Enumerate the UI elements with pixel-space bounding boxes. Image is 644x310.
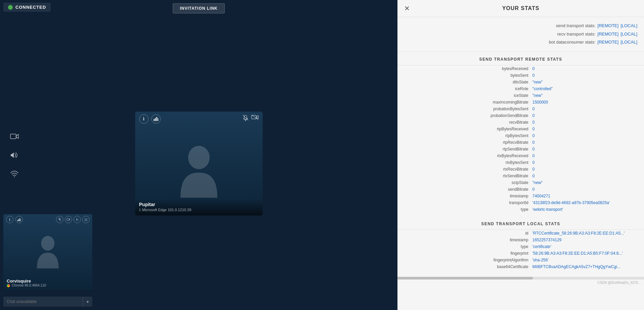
stat-key: rtpRecvBitrate xyxy=(404,139,532,146)
table-row: maxIncomingBitrate 1500000 xyxy=(404,99,637,106)
main-video-card: ℹ xyxy=(135,112,263,215)
self-mic-icon[interactable] xyxy=(56,216,63,223)
stat-value: 0 xyxy=(532,173,637,179)
top-bar: CONNECTED INVITATION LINK xyxy=(0,0,397,17)
main-cam-muted-icon xyxy=(251,115,259,123)
stat-key: timestamp xyxy=(404,237,532,243)
table-row: bytesReceived 0 xyxy=(404,65,637,72)
stat-key: fingerprintAlgorithm xyxy=(404,257,532,263)
stat-key: probationBytesSent xyxy=(404,106,532,112)
main-mic-muted-icon xyxy=(243,115,249,123)
main-video-info: Pupitar ℹ Microsoft Edge 101.0.1210.39 xyxy=(135,199,263,215)
stat-value: 1652257374129 xyxy=(532,237,637,243)
stat-value: 0 xyxy=(532,139,637,146)
stat-value: 0 xyxy=(532,112,637,119)
connected-label: CONNECTED xyxy=(15,5,46,10)
bot-dataconsumer-link-row: bot dataconsumer stats: [REMOTE] [LOCAL] xyxy=(404,38,637,47)
svg-rect-10 xyxy=(17,220,18,221)
volume-button[interactable] xyxy=(8,149,20,161)
self-browser: Chrome 96.0.4664.110 xyxy=(7,284,89,287)
camera-button[interactable] xyxy=(8,130,20,142)
table-row: fingerprint '58:26:9B:A3:A3:F8:2E:EE:D1:… xyxy=(404,250,637,257)
stat-value: MIIBFTCBvaADAgECAgkA5vZ7+THgQgYwCgi... xyxy=(532,263,637,270)
table-row: type 'certificate' xyxy=(404,243,637,250)
stat-value: 1500000 xyxy=(532,99,637,106)
stat-key: dtlsState xyxy=(404,79,532,85)
self-refresh-icon[interactable]: ↻ xyxy=(73,216,81,223)
table-row: fingerprintAlgorithm 'sha-256' xyxy=(404,257,637,263)
table-row: sctpState "new" xyxy=(404,179,637,186)
bot-dataconsumer-local-link[interactable]: [LOCAL] xyxy=(621,38,637,47)
watermark: CSDN @IDoWhatDo_9278... xyxy=(397,280,644,286)
self-expand-icon[interactable]: ⊡ xyxy=(82,216,90,223)
stat-value: "new" xyxy=(532,79,637,85)
stat-key: sendBitrate xyxy=(404,186,532,193)
stats-close-button[interactable]: ✕ xyxy=(404,4,410,12)
send-transport-remote-section: bytesReceived 0 bytesSent 0 dtlsState "n… xyxy=(397,65,644,216)
stat-key: bytesSent xyxy=(404,72,532,79)
table-row: iceRole "controlled" xyxy=(404,85,637,92)
wifi-button[interactable] xyxy=(8,168,20,180)
send-transport-link-row: send transport stats: [REMOTE] [LOCAL] xyxy=(404,22,637,30)
svg-rect-0 xyxy=(10,134,16,139)
recv-transport-remote-link[interactable]: [REMOTE] xyxy=(597,30,619,39)
self-info-icon[interactable]: ℹ xyxy=(6,216,13,223)
main-video-left-icons: ℹ xyxy=(139,114,161,124)
table-row: iceState "new" xyxy=(404,92,637,99)
stat-value: 0 xyxy=(532,152,637,159)
stat-value: 0 xyxy=(532,106,637,112)
stat-value: '43138f23-de9d-4692-a97b-37905ea0825a' xyxy=(532,199,637,206)
stat-value: "new" xyxy=(532,179,637,186)
chat-submit-button[interactable]: ▾ xyxy=(83,297,92,306)
browser-label: Microsoft Edge 101.0.1210.39 xyxy=(142,208,192,212)
self-left-icons: ℹ xyxy=(6,216,23,223)
stat-key: transportId xyxy=(404,199,532,206)
chat-input[interactable] xyxy=(3,297,83,307)
bot-dataconsumer-remote-link[interactable]: [REMOTE] xyxy=(597,38,619,47)
recv-transport-link-row: recv transport stats: [REMOTE] [LOCAL] xyxy=(404,30,637,39)
stat-key: timestamp xyxy=(404,193,532,199)
svg-rect-15 xyxy=(67,219,69,221)
stat-value: 'RTCCertificate_58:26:9B:A3:A3:F8:2E:EE:… xyxy=(532,230,637,237)
svg-rect-12 xyxy=(19,218,20,221)
self-video-wrapper: ℹ xyxy=(3,214,92,290)
stat-key: rtxBytesSent xyxy=(404,159,532,166)
connected-dot xyxy=(8,5,13,10)
stat-value: 0 xyxy=(532,132,637,139)
self-cam-icon[interactable] xyxy=(65,216,72,223)
table-row: id 'RTCCertificate_58:26:9B:A3:A3:F8:2E:… xyxy=(404,230,637,237)
stat-key: maxIncomingBitrate xyxy=(404,99,532,106)
invitation-link-button[interactable]: INVITATION LINK xyxy=(173,3,225,13)
svg-point-16 xyxy=(41,236,55,251)
stat-key: sctpState xyxy=(404,179,532,186)
send-transport-remote-link[interactable]: [REMOTE] xyxy=(597,22,619,30)
info-icon-main[interactable]: ℹ xyxy=(139,114,149,124)
table-row: rtpRecvBitrate 0 xyxy=(404,139,637,146)
participant-browser: ℹ Microsoft Edge 101.0.1210.39 xyxy=(139,208,259,212)
stat-value: 'webrtc-transport' xyxy=(532,206,637,213)
svg-rect-13 xyxy=(20,219,21,221)
send-transport-local-section: id 'RTCCertificate_58:26:9B:A3:A3:F8:2E:… xyxy=(397,230,644,273)
stat-key: bytesReceived xyxy=(404,65,532,72)
stat-value: 0 xyxy=(532,72,637,79)
svg-point-9 xyxy=(188,146,210,169)
send-transport-local-link[interactable]: [LOCAL] xyxy=(621,22,637,30)
recv-transport-local-link[interactable]: [LOCAL] xyxy=(621,30,637,39)
stat-key: probationSendBitrate xyxy=(404,112,532,119)
table-row: rtpBytesReceived 0 xyxy=(404,126,637,132)
connected-badge: CONNECTED xyxy=(3,3,51,12)
send-transport-remote-header: SEND TRANSPORT REMOTE STATS xyxy=(397,52,644,65)
stat-value: 0 xyxy=(532,186,637,193)
stat-key: rtxBytesReceived xyxy=(404,152,532,159)
stats-icon-main[interactable] xyxy=(151,114,161,124)
stat-key: rtxSendBitrate xyxy=(404,173,532,179)
send-transport-remote-table: bytesReceived 0 bytesSent 0 dtlsState "n… xyxy=(404,65,637,213)
stat-key: rtxRecvBitrate xyxy=(404,166,532,173)
self-video-top-bar: ℹ xyxy=(3,214,92,225)
stats-panel: ✕ YOUR STATS send transport stats: [REMO… xyxy=(397,0,644,310)
svg-rect-5 xyxy=(158,118,158,121)
stat-key: iceRole xyxy=(404,85,532,92)
svg-rect-3 xyxy=(155,118,156,121)
stat-value: 0 xyxy=(532,65,637,72)
self-stats-icon[interactable] xyxy=(15,216,23,223)
